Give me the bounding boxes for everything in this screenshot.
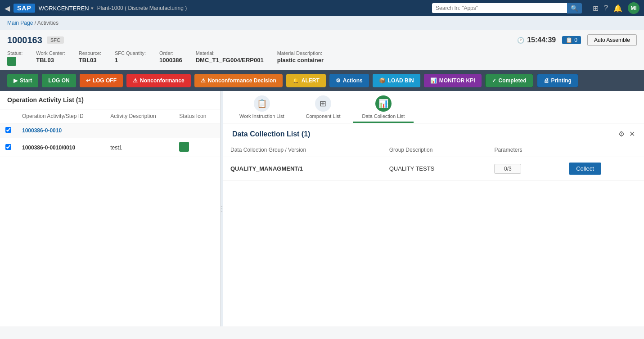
nonconf-icon: ⚠ <box>133 77 138 84</box>
left-panel: Operation Activity List (1) Operation Ac… <box>0 91 221 326</box>
sfc-qty-label: SFC Quantity: <box>115 50 146 56</box>
row-description <box>105 123 174 138</box>
collect-button[interactable]: Collect <box>569 163 601 175</box>
monitor-kpi-button[interactable]: 📊 MONITOR KPI <box>424 74 482 87</box>
dc-close-button[interactable]: ✕ <box>629 130 635 138</box>
start-button[interactable]: ▶ Start <box>7 74 38 87</box>
clock-icon: 🕐 <box>517 37 524 44</box>
search-input[interactable] <box>432 3 567 13</box>
bell-icon[interactable]: 🔔 <box>613 4 622 13</box>
loadbin-button[interactable]: 📦 LOAD BIN <box>373 74 420 87</box>
row-check[interactable] <box>0 123 17 138</box>
sfc-qty-field: SFC Quantity: 1 <box>115 50 146 63</box>
status-field: Status: <box>7 50 23 66</box>
resource-field: Resource: TBL03 <box>79 50 101 63</box>
step-id-link[interactable]: 1000386-0-0010 <box>22 127 62 134</box>
dc-table: Data Collection Group / Version Group De… <box>223 143 644 181</box>
user-avatar[interactable]: MI <box>628 2 639 14</box>
component-icon: ⊞ <box>315 95 331 112</box>
data-collection-content: Data Collection List (1) ⚙ ✕ Data Collec… <box>223 123 644 326</box>
completed-icon: ✓ <box>492 77 496 84</box>
op-table-header: Operation Activity/Step ID Activity Desc… <box>0 109 220 123</box>
tab-component-label: Component List <box>306 113 340 119</box>
material-desc-value: plastic container <box>277 57 324 63</box>
status-indicator <box>7 57 16 66</box>
nonconformance-button[interactable]: ⚠ Nonconformance <box>126 74 191 87</box>
dc-header: Data Collection List (1) ⚙ ✕ <box>223 123 644 143</box>
notif-count: 0 <box>574 37 577 43</box>
col-group-desc: Group Description <box>382 143 487 157</box>
alert-button[interactable]: 🔔 ALERT <box>286 74 326 87</box>
logoff-label: LOG OFF <box>93 77 117 84</box>
grid-icon[interactable]: ⊞ <box>593 4 599 13</box>
logon-label: LOG ON <box>48 77 69 84</box>
auto-assemble-button[interactable]: Auto Assemble <box>587 34 637 46</box>
dc-actions: ⚙ ✕ <box>618 130 635 138</box>
notif-icon: 📋 <box>566 37 572 43</box>
loadbin-icon: 📦 <box>379 77 386 84</box>
sfc-number: 1000163 <box>7 35 42 45</box>
table-row[interactable]: 1000386-0-0010/0010 test1 <box>0 138 220 157</box>
sap-logo: SAP <box>14 4 35 13</box>
row-checkbox[interactable] <box>5 127 11 133</box>
sfc-info: 1000163 SFC <box>7 35 64 45</box>
notification-badge[interactable]: 📋 0 <box>562 36 581 44</box>
work-center-label: Work Center: <box>36 50 65 56</box>
header-row: 1000163 SFC 🕐 15:44:39 📋 0 Auto Assemble <box>0 30 644 49</box>
row-description: test1 <box>105 138 174 157</box>
logoff-button[interactable]: ↩ LOG OFF <box>80 74 123 87</box>
dc-table-header: Data Collection Group / Version Group De… <box>223 143 644 157</box>
logoff-icon: ↩ <box>86 77 90 84</box>
dc-settings-button[interactable]: ⚙ <box>618 130 625 138</box>
back-button[interactable]: ◀ <box>5 4 10 13</box>
nav-dropdown-icon[interactable]: ▾ <box>91 5 94 11</box>
nonconformance-decision-button[interactable]: ⚠ Nonconformance Decision <box>194 74 283 87</box>
order-field: Order: 1000386 <box>159 50 182 63</box>
help-icon[interactable]: ? <box>604 4 608 12</box>
nav-title: WORKCENTEREN ▾ <box>39 5 94 12</box>
col-parameters: Parameters <box>487 143 562 157</box>
search-button[interactable]: 🔍 <box>567 3 582 14</box>
table-row[interactable]: 1000386-0-0010 <box>0 123 220 138</box>
logon-button[interactable]: LOG ON <box>42 74 76 87</box>
workcenteren-label[interactable]: WORKCENTEREN <box>39 5 89 12</box>
data-collection-icon: 📊 <box>375 95 392 112</box>
col-action <box>562 143 644 157</box>
search-bar: 🔍 <box>432 3 582 14</box>
sfc-badge: SFC <box>47 36 64 44</box>
nonconf-label: Nonconformance <box>140 77 185 84</box>
dc-title: Data Collection List (1) <box>232 130 310 138</box>
dc-collect-cell: Collect <box>562 157 644 181</box>
row-check[interactable] <box>0 138 17 157</box>
main-content: Operation Activity List (1) Operation Ac… <box>0 91 644 326</box>
timestamp: 15:44:39 <box>527 36 556 44</box>
nonconf-dec-label: Nonconformance Decision <box>208 77 276 84</box>
actions-icon: ⚙ <box>336 77 341 84</box>
sfc-qty-value: 1 <box>115 57 146 63</box>
actions-label: Actions <box>343 77 363 84</box>
step-id-value: 1000386-0-0010/0010 <box>22 145 75 151</box>
col-check <box>0 109 17 123</box>
start-label: Start <box>20 77 32 84</box>
resource-value: TBL03 <box>79 57 101 63</box>
col-status: Status Icon <box>174 109 220 123</box>
order-value: 1000386 <box>159 57 182 63</box>
start-icon: ▶ <box>14 77 18 84</box>
breadcrumb-main[interactable]: Main Page <box>7 20 33 26</box>
order-label: Order: <box>159 50 182 56</box>
status-row: Status: Work Center: TBL03 Resource: TBL… <box>0 49 644 70</box>
col-step-id: Operation Activity/Step ID <box>17 109 105 123</box>
tab-work-instruction[interactable]: 📋 Work Instruction List <box>230 91 293 123</box>
material-desc-field: Material Description: plastic container <box>277 50 324 63</box>
action-bar: ▶ Start LOG ON ↩ LOG OFF ⚠ Nonconformanc… <box>0 70 644 91</box>
dc-group-name: QUALITY_MANAGMENT/1 <box>230 165 303 172</box>
tab-data-collection[interactable]: 📊 Data Collection List <box>353 91 414 123</box>
row-checkbox[interactable] <box>5 144 11 150</box>
status-label: Status: <box>7 50 23 56</box>
operation-table: Operation Activity/Step ID Activity Desc… <box>0 109 220 157</box>
tab-component[interactable]: ⊞ Component List <box>297 91 349 123</box>
printing-button[interactable]: 🖨 Printing <box>537 74 578 87</box>
completed-button[interactable]: ✓ Completed <box>485 74 533 87</box>
actions-button[interactable]: ⚙ Actions <box>329 74 369 87</box>
loadbin-label: LOAD BIN <box>388 77 414 84</box>
